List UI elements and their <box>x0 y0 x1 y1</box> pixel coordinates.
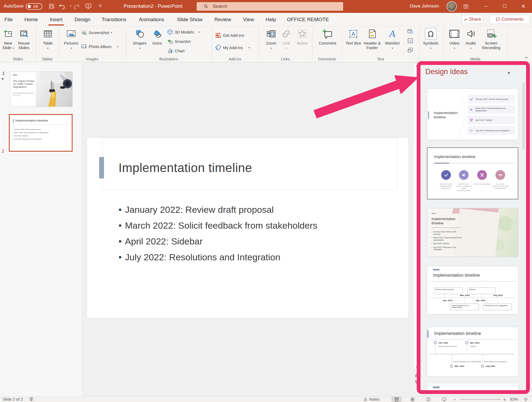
share-button[interactable]: Share <box>462 15 483 24</box>
notes-button[interactable]: Notes <box>363 397 380 401</box>
get-addins-button[interactable]: Get Add-ins <box>215 31 244 39</box>
slide1-author: Dave Johnson <box>13 95 21 96</box>
slide-bullet-3[interactable]: •April 2022: Sidebar <box>118 236 382 247</box>
tab-view[interactable]: View <box>241 15 256 24</box>
3d-models-button[interactable]: 3D Models ▾ <box>167 28 200 36</box>
new-slide-button[interactable]: New Slide ▾ <box>1 27 16 56</box>
chart-button[interactable]: Chart <box>167 47 185 55</box>
text-box-icon: A <box>345 27 362 41</box>
design-suggestion-3[interactable]: Implementation timeline •January 2022: R… <box>427 208 518 257</box>
link-icon <box>279 27 293 41</box>
audio-button[interactable]: Audio▾ <box>463 27 478 56</box>
tab-design[interactable]: Design <box>73 15 92 24</box>
megaphone-icon <box>470 108 473 111</box>
photo-album-button[interactable]: Photo Album ▾ <box>81 42 118 50</box>
tab-file[interactable]: File <box>3 15 14 24</box>
redo-icon[interactable] <box>73 3 81 10</box>
zoom-link-button[interactable]: Zoom▾ <box>264 27 278 56</box>
video-icon <box>447 27 462 41</box>
screenshot-button[interactable]: Screenshot▾ <box>81 28 112 36</box>
text-box-button[interactable]: A Text Box <box>345 27 362 56</box>
zoom-out-button[interactable]: − <box>453 397 456 402</box>
search-bar[interactable] <box>197 2 343 11</box>
action-button[interactable]: Action <box>294 27 310 56</box>
maximize-button[interactable]: ☐ <box>499 0 511 13</box>
user-name[interactable]: Dave Johnson <box>410 3 439 9</box>
zoom-in-button[interactable]: + <box>503 397 506 402</box>
comments-button[interactable]: Comments <box>490 15 530 24</box>
collapse-ribbon-icon[interactable] <box>524 55 530 61</box>
svg-text:#: # <box>409 39 411 43</box>
design-suggestion-4[interactable]: Implementation timeline ▸ Review draft p… <box>427 266 518 315</box>
tab-transitions[interactable]: Transitions <box>100 15 128 24</box>
design-suggestion-6[interactable] <box>427 383 518 394</box>
slide1-dash <box>13 75 17 75</box>
slide-thumbnail-panel: 1 ★ The Impact of New Air Traffic Contro… <box>0 62 82 396</box>
normal-view-button[interactable] <box>391 397 402 402</box>
slide1-title: The Impact of New Air Traffic Control Re… <box>13 79 38 88</box>
slide2-thumb-title: Implementation timeline <box>15 119 48 122</box>
slide-sorter-view-button[interactable] <box>407 397 418 402</box>
header-footer-button[interactable]: Header & Footer <box>363 27 382 56</box>
tab-office-remote[interactable]: OFFICE REMOTE <box>286 15 329 24</box>
video-button[interactable]: Video▾ <box>447 27 462 56</box>
zoom-level[interactable]: 63% <box>510 397 518 401</box>
tab-review[interactable]: Review <box>213 15 233 24</box>
slide-bullet-1[interactable]: •January 2022: Review draft proposal <box>118 204 382 215</box>
autosave-toggle[interactable]: Off <box>26 3 42 10</box>
object-icon[interactable] <box>406 46 414 54</box>
slide2-thumbnail[interactable]: Implementation timeline • January 2022: … <box>9 114 73 152</box>
reuse-slides-button[interactable]: Reuse Slides <box>16 27 32 56</box>
design-suggestion-5[interactable]: Implementation timeline ▸ Jan. 2022 Revi… <box>427 327 518 377</box>
spell-check-icon[interactable] <box>29 397 34 401</box>
tab-slide-show[interactable]: Slide Show <box>175 15 204 24</box>
shapes-icon <box>131 27 148 41</box>
design-suggestion-2-selected[interactable]: Implementation timeline January 2022: Re… <box>427 147 518 199</box>
current-slide[interactable]: Implementation timeline •January 2022: R… <box>87 137 409 319</box>
slide-title-text[interactable]: Implementation timeline <box>118 160 252 175</box>
search-input[interactable] <box>212 3 336 10</box>
symbols-button[interactable]: Ω Symbols▾ <box>421 27 441 56</box>
photo-album-icon <box>81 43 87 49</box>
table-icon <box>39 27 56 41</box>
tab-help[interactable]: Help <box>264 15 278 24</box>
wordart-button[interactable]: A WordArt▾ <box>383 27 402 56</box>
slide-show-view-button[interactable] <box>439 397 449 402</box>
my-addins-button[interactable]: My Add-ins ▾ <box>215 43 250 52</box>
tab-animations[interactable]: Animations <box>136 15 167 24</box>
tab-home[interactable]: Home <box>23 15 39 24</box>
table-button[interactable]: Table▾ <box>39 27 56 56</box>
smartart-icon <box>167 38 173 44</box>
undo-icon[interactable] <box>59 3 67 10</box>
design-ideas-panel: Design Ideas ▼ Implementation timeline J… <box>417 61 530 394</box>
shapes-button[interactable]: Shapes▾ <box>131 27 148 56</box>
screen-recording-button[interactable]: Screen Recording <box>480 27 502 56</box>
tab-insert[interactable]: Insert <box>47 15 65 24</box>
link-button[interactable]: Link▾ <box>279 27 293 56</box>
ribbon-display-options-icon[interactable] <box>460 0 472 13</box>
design-panel-scrollbar[interactable] <box>523 83 524 150</box>
slide-bullet-2[interactable]: •March 2022: Solicit feedback from stake… <box>118 220 382 231</box>
pictures-button[interactable]: Pictures▾ <box>62 27 80 56</box>
close-button[interactable]: ✕ <box>517 0 529 13</box>
smartart-button[interactable]: SmartArt <box>167 37 190 45</box>
design-ideas-dropdown-icon[interactable]: ▼ <box>507 71 511 75</box>
save-icon[interactable] <box>48 3 56 10</box>
minimize-button[interactable]: ─ <box>480 0 492 13</box>
slide-number-icon[interactable]: # <box>406 37 414 45</box>
slide1-thumbnail[interactable]: The Impact of New Air Traffic Control Re… <box>10 72 73 107</box>
user-avatar[interactable] <box>447 1 457 12</box>
slide-bullet-4[interactable]: •July 2022: Resolutions and Integration <box>118 252 382 262</box>
icons-button[interactable]: Icons <box>150 27 164 56</box>
customize-quick-access-icon[interactable] <box>97 2 105 10</box>
slide-indicator[interactable]: Slide 2 of 2 <box>3 397 23 401</box>
comment-button[interactable]: Comment <box>315 27 340 56</box>
date-time-icon[interactable] <box>406 27 414 35</box>
start-slideshow-icon[interactable] <box>85 3 93 10</box>
design-suggestion-1[interactable]: Implementation timeline January 2022: Re… <box>427 89 518 140</box>
check-icon <box>470 97 473 101</box>
reading-view-button[interactable] <box>423 397 433 402</box>
fit-slide-to-window-icon[interactable] <box>523 397 528 401</box>
svg-text:A: A <box>351 31 355 37</box>
zoom-slider[interactable] <box>460 399 501 400</box>
